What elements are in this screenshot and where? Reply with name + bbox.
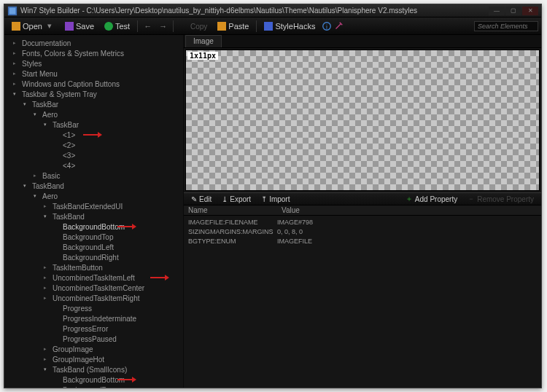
chevron-right-icon: ▸ <box>13 81 19 87</box>
tree-label: Aero <box>42 111 58 119</box>
chevron-down-icon: ▾ <box>23 101 29 107</box>
tree-item[interactable]: ▾TaskBand <box>4 211 183 222</box>
open-button[interactable]: Open▾ <box>7 20 59 32</box>
chevron-down-icon: ▾ <box>34 111 39 117</box>
toolbar: Open▾ Save Test ← → Copy Paste StyleHack… <box>4 17 541 35</box>
prop-value: 0, 0, 8, 0 <box>277 228 303 235</box>
tree-item[interactable]: BackgroundTop <box>4 232 183 242</box>
tree-label: Aero <box>42 192 58 200</box>
image-preview[interactable]: 1x11px <box>185 50 540 191</box>
chevron-right-icon: ▸ <box>13 71 19 77</box>
maximize-button[interactable]: ▢ <box>505 7 521 15</box>
tree-item[interactable]: BackgroundBottom <box>4 375 183 385</box>
tree-item[interactable]: BackgroundTop <box>4 385 183 388</box>
tree-item[interactable]: BackgroundRight <box>4 252 183 262</box>
tree-item[interactable]: ProgressIndeterminate <box>4 313 183 324</box>
edit-button[interactable]: ✎Edit <box>187 195 216 203</box>
chevron-right-icon: ▸ <box>13 60 19 66</box>
tree-item[interactable]: ▸GroupImageHot <box>4 354 183 364</box>
save-button[interactable]: Save <box>61 20 98 32</box>
tree-item[interactable]: ▸Styles <box>4 58 183 68</box>
tab-image[interactable]: Image <box>185 35 222 47</box>
info-icon[interactable]: i <box>322 21 332 31</box>
tree-label: ProgressIndeterminate <box>63 315 136 323</box>
chevron-down-icon: ▾ <box>44 366 50 372</box>
tree-item[interactable]: <1> <box>4 130 183 140</box>
tree-item[interactable]: ▸TaskItemButton <box>4 262 183 273</box>
tree-label: TaskItemButton <box>53 264 103 272</box>
tree-item[interactable]: ▾Taskbar & System Tray <box>4 89 183 99</box>
tree-label: Start Menu <box>22 70 58 78</box>
property-grid[interactable]: IMAGEFILE:FILENAMEIMAGE#798SIZINGMARGINS… <box>184 216 541 388</box>
wrench-icon <box>264 22 273 31</box>
tree-item[interactable]: <2> <box>4 140 183 150</box>
col-value[interactable]: Value <box>277 205 541 215</box>
export-icon: ⤓ <box>222 195 228 203</box>
chevron-right-icon: ▸ <box>44 275 50 281</box>
forward-button[interactable]: → <box>156 22 170 31</box>
tree-label: Progress <box>63 305 92 313</box>
tree-item[interactable]: BackgroundLeft <box>4 242 183 252</box>
prop-value: IMAGE#798 <box>277 219 313 226</box>
tree-sidebar[interactable]: ▸Documentation▸Fonts, Colors & System Me… <box>4 35 184 388</box>
tree-label: BackgroundLeft <box>63 243 114 251</box>
tree-item[interactable]: ▸TaskBandExtendedUI <box>4 201 183 211</box>
tree-item[interactable]: ▸UncombinedTaskItemLeft <box>4 273 183 283</box>
search-input[interactable] <box>474 21 538 31</box>
tree-item[interactable]: ProgressError <box>4 324 183 334</box>
tree-item[interactable]: ▸Documentation <box>4 38 183 48</box>
tree-item[interactable]: ▸Start Menu <box>4 68 183 79</box>
tree-item[interactable]: ▸Windows and Caption Buttons <box>4 79 183 89</box>
separator <box>256 20 257 32</box>
disk-icon <box>65 22 74 31</box>
export-button[interactable]: ⤓Export <box>217 195 255 203</box>
tree-label: BackgroundBottom <box>63 376 125 384</box>
tree-item[interactable]: ▸GroupImage <box>4 344 183 354</box>
tree-item[interactable]: Progress <box>4 303 183 313</box>
stylehacks-button[interactable]: StyleHacks <box>260 20 319 32</box>
plus-icon: ＋ <box>406 194 413 204</box>
tree-item[interactable]: ▾Aero <box>4 191 183 201</box>
tree-label: TaskBar <box>32 101 58 109</box>
col-name[interactable]: Name <box>184 205 277 215</box>
back-button[interactable]: ← <box>141 22 155 31</box>
tree-item[interactable]: BackgroundBottom <box>4 222 183 232</box>
tree-item[interactable]: ▾Aero <box>4 109 183 119</box>
tree-item[interactable]: ▾TaskBar <box>4 99 183 109</box>
titlebar[interactable]: Win7 Style Builder - C:\Users\Jerry\Desk… <box>4 4 541 17</box>
chevron-right-icon: ▸ <box>44 295 50 301</box>
annotation-arrow <box>83 131 105 138</box>
property-row[interactable]: SIZINGMARGINS:MARGINS0, 0, 8, 0 <box>184 227 541 236</box>
tree-item[interactable]: ▸UncombinedTaskItemRight <box>4 293 183 303</box>
close-button[interactable]: ✕ <box>522 7 538 15</box>
tree-item[interactable]: ProgressPaused <box>4 334 183 344</box>
tree-item[interactable]: ▾TaskBar <box>4 119 183 130</box>
tree-item[interactable]: <4> <box>4 160 183 170</box>
paste-button[interactable]: Paste <box>213 20 253 32</box>
chevron-right-icon: ▸ <box>13 40 19 46</box>
tree-label: TaskBand <box>53 213 85 221</box>
tree-label: Basic <box>42 172 60 180</box>
minimize-button[interactable]: — <box>489 7 505 15</box>
tree-label: BackgroundBottom <box>63 223 125 231</box>
minus-icon: － <box>468 194 475 204</box>
tree-item[interactable]: <3> <box>4 150 183 160</box>
tree-item[interactable]: ▸UncombinedTaskItemCenter <box>4 283 183 293</box>
tree-item[interactable]: ▾TaskBand <box>4 181 183 191</box>
test-button[interactable]: Test <box>100 20 134 32</box>
property-row[interactable]: IMAGEFILE:FILENAMEIMAGE#798 <box>184 217 541 227</box>
tree-item[interactable]: ▸Fonts, Colors & System Metrics <box>4 48 183 58</box>
import-button[interactable]: ⤒Import <box>257 195 294 203</box>
tree-label: UncombinedTaskItemRight <box>53 294 140 302</box>
stylehacks-label: StyleHacks <box>275 22 315 31</box>
tree-item[interactable]: ▸Basic <box>4 170 183 181</box>
separator <box>137 20 138 32</box>
tree-label: TaskBandExtendedUI <box>53 203 123 211</box>
tool-icon[interactable] <box>333 21 344 31</box>
property-row[interactable]: BGTYPE:ENUMIMAGEFILE <box>184 236 541 246</box>
tree-label: <1> <box>63 131 75 139</box>
tree-item[interactable]: ▾TaskBand (SmallIcons) <box>4 364 183 375</box>
add-property-button[interactable]: ＋Add Property <box>401 194 462 204</box>
tree-label: GroupImageHot <box>53 356 104 364</box>
tree-label: TaskBand (SmallIcons) <box>53 366 127 374</box>
